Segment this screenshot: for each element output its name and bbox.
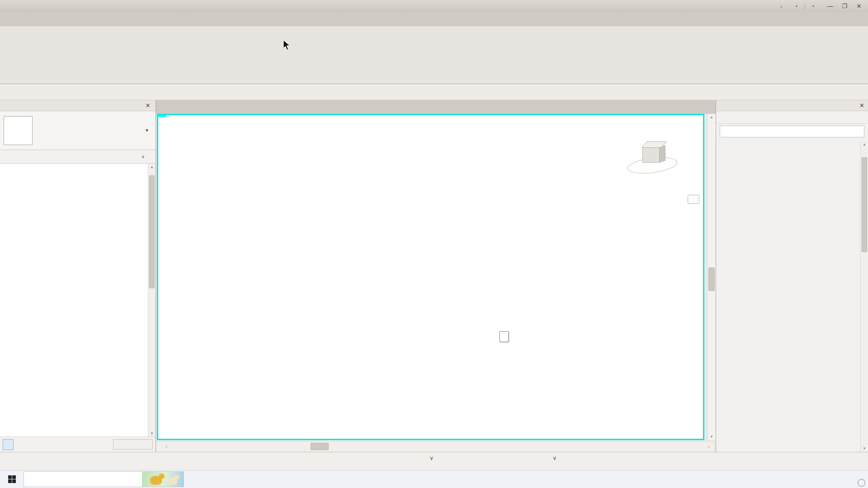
type-preview	[4, 116, 33, 145]
sort-properties-icon[interactable]	[3, 439, 14, 450]
element-tooltip	[500, 331, 509, 342]
start-button[interactable]	[0, 470, 24, 488]
ribbon-tab-bar	[0, 12, 868, 26]
project-browser: ✕ ▲ ▼	[716, 100, 868, 452]
editable-only-dropdown-icon[interactable]: ∨	[429, 455, 434, 461]
notification-center[interactable]	[848, 473, 863, 486]
view-cube[interactable]	[627, 139, 681, 178]
windows-logo-icon	[8, 475, 16, 483]
project-browser-scroll-thumb[interactable]	[862, 157, 867, 252]
project-browser-toolbar	[716, 111, 868, 124]
horizontal-scrollbar[interactable]	[171, 441, 704, 451]
project-browser-search[interactable]	[720, 126, 864, 137]
scroll-left-icon[interactable]: ‹	[161, 444, 171, 449]
taskbar-search-box[interactable]	[24, 471, 184, 487]
instance-dropdown-icon[interactable]: ∨	[142, 154, 145, 159]
view-cube-front-face[interactable]	[642, 147, 660, 163]
properties-title-bar: ✕	[0, 100, 156, 111]
minimize-button[interactable]: —	[823, 1, 837, 12]
type-selector-dropdown-icon[interactable]: ▼	[145, 128, 152, 133]
navigation-bar	[688, 195, 699, 204]
sort-za-icon[interactable]	[28, 439, 39, 450]
ribbon	[0, 26, 868, 84]
account-dropdown-icon[interactable]: ▾	[795, 5, 798, 8]
search-input[interactable]	[727, 128, 860, 135]
drawing-viewport[interactable]	[157, 114, 704, 440]
project-browser-close-icon[interactable]: ✕	[859, 102, 864, 109]
project-browser-scrollbar[interactable]: ▲ ▼	[860, 141, 868, 452]
properties-palette: ✕ ▼ ∨ ▲ ▼	[0, 100, 156, 452]
horizontal-scroll-thumb[interactable]	[311, 443, 329, 450]
scroll-up-icon[interactable]: ▲	[708, 114, 716, 121]
status-bar: ∨ ∨	[0, 452, 868, 470]
instance-selector-row: ∨	[0, 150, 156, 164]
help-dropdown-icon[interactable]: ▾	[811, 5, 815, 8]
search-highlight-illustration[interactable]	[142, 472, 184, 487]
sort-az-icon[interactable]	[15, 439, 26, 450]
main-model-dropdown-icon[interactable]: ∨	[552, 455, 557, 461]
type-selector[interactable]: ▼	[0, 111, 156, 150]
properties-footer	[0, 436, 156, 452]
scroll-up-icon[interactable]: ▲	[861, 141, 868, 148]
scroll-down-icon[interactable]: ▼	[861, 445, 868, 452]
close-button[interactable]: ✕	[852, 1, 866, 12]
windows-taskbar	[0, 470, 868, 488]
temporary-hide-isolate-banner	[158, 115, 166, 117]
vertical-scroll-thumb[interactable]	[708, 267, 715, 291]
options-bar	[0, 84, 868, 100]
properties-grid	[0, 164, 148, 436]
qat-collapse-icon[interactable]: ‹	[780, 4, 782, 9]
view-control-bar: ‹ ›	[157, 441, 714, 451]
scroll-up-icon[interactable]: ▲	[148, 164, 156, 170]
notification-count-badge	[858, 479, 865, 487]
apply-button[interactable]	[113, 439, 153, 450]
project-browser-tree	[716, 141, 860, 452]
scroll-down-icon[interactable]: ▼	[148, 430, 156, 436]
project-browser-title-bar: ✕	[716, 100, 868, 111]
edit-type-button[interactable]	[147, 156, 153, 158]
view-cube-side-face[interactable]	[659, 145, 665, 163]
restore-button[interactable]: ❐	[837, 1, 852, 12]
vertical-scrollbar[interactable]: ▲ ▼	[707, 114, 716, 440]
properties-scroll-thumb[interactable]	[149, 175, 155, 288]
3d-model-view[interactable]	[158, 115, 703, 439]
drawing-area-container: ▲ ▼ ‹ ›	[156, 100, 716, 452]
scroll-down-icon[interactable]: ▼	[708, 433, 716, 440]
view-tab-bar	[156, 100, 716, 114]
properties-scrollbar[interactable]: ▲ ▼	[148, 164, 156, 436]
scroll-right-icon[interactable]: ›	[704, 444, 714, 449]
title-bar: ‹ ▾ ▾ — ❐ ✕	[0, 0, 868, 12]
properties-close-icon[interactable]: ✕	[144, 102, 152, 109]
revit-window: ‹ ▾ ▾ — ❐ ✕ ✕ ▼	[0, 0, 868, 488]
